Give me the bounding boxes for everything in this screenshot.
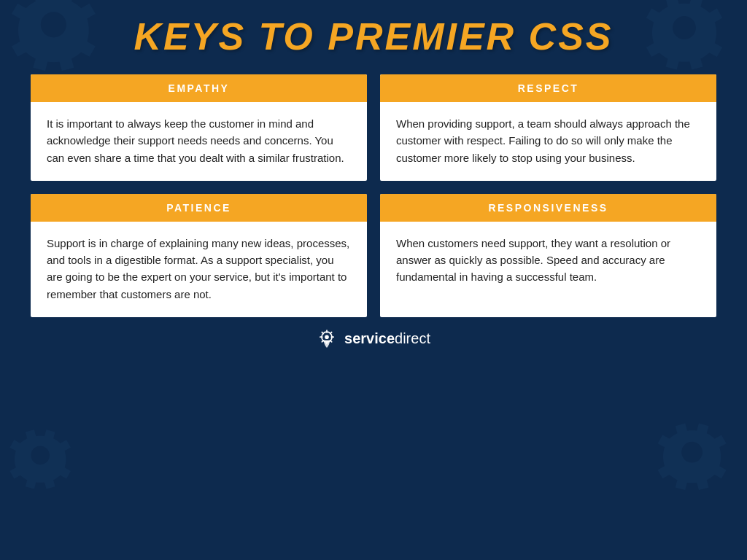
footer-brand: servicedirect — [344, 330, 430, 347]
card-empathy-text: It is important to always keep the custo… — [47, 115, 351, 166]
card-patience-title: PATIENCE — [166, 202, 231, 214]
footer: servicedirect — [317, 329, 430, 349]
card-respect-title: RESPECT — [518, 82, 579, 94]
cards-grid: EMPATHY It is important to always keep t… — [31, 74, 716, 317]
card-respect: RESPECT When providing support, a team s… — [380, 74, 716, 181]
card-respect-header: RESPECT — [380, 74, 716, 102]
svg-line-6 — [322, 332, 323, 333]
svg-line-7 — [330, 341, 332, 342]
footer-brand-bold: service — [344, 330, 395, 346]
card-empathy: EMPATHY It is important to always keep t… — [31, 74, 367, 181]
card-responsiveness-body: When customers need support, they want a… — [380, 222, 716, 300]
card-patience: PATIENCE Support is in charge of explain… — [31, 194, 367, 317]
card-responsiveness-text: When customers need support, they want a… — [396, 235, 700, 286]
card-responsiveness: RESPONSIVENESS When customers need suppo… — [380, 194, 716, 317]
page-wrapper: KEYS TO PREMIER CSS EMPATHY It is import… — [0, 0, 747, 560]
gear-decoration-bottom-right — [630, 414, 747, 545]
card-respect-body: When providing support, a team should al… — [380, 102, 716, 181]
card-responsiveness-title: RESPONSIVENESS — [488, 202, 608, 214]
servicedirect-logo-icon — [317, 329, 337, 349]
gear-decoration-bottom-left — [0, 421, 102, 538]
svg-point-1 — [325, 335, 329, 339]
page-title: KEYS TO PREMIER CSS — [29, 15, 718, 58]
title-section: KEYS TO PREMIER CSS — [29, 15, 718, 58]
card-responsiveness-header: RESPONSIVENESS — [380, 194, 716, 222]
card-patience-text: Support is in charge of explaining many … — [47, 235, 351, 303]
card-empathy-header: EMPATHY — [31, 74, 367, 102]
card-empathy-title: EMPATHY — [169, 82, 230, 94]
card-respect-text: When providing support, a team should al… — [396, 115, 700, 166]
footer-brand-light: direct — [395, 330, 430, 346]
svg-line-8 — [330, 332, 332, 333]
card-empathy-body: It is important to always keep the custo… — [31, 102, 367, 181]
svg-line-9 — [322, 341, 323, 342]
card-patience-header: PATIENCE — [31, 194, 367, 222]
card-patience-body: Support is in charge of explaining many … — [31, 222, 367, 317]
